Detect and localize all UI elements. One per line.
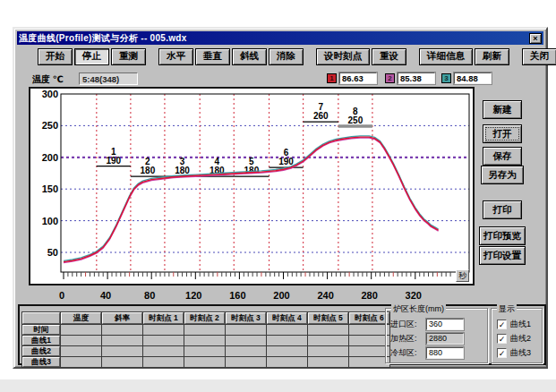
table-cell (102, 336, 142, 345)
legend-item: 285.38 (385, 72, 435, 84)
title-bar: 温度曲线(Profile)测试与分析 -- 005.wdx × (17, 31, 543, 45)
table-cell (226, 357, 266, 367)
close-icon[interactable]: × (529, 33, 542, 44)
set-time-points-button[interactable]: 设时刻点 (316, 48, 370, 65)
table-cell (226, 346, 266, 356)
furnace-field-row: 进口区: (390, 318, 464, 330)
table-col-header: 时刻点 2 (184, 312, 225, 324)
print-setup-button[interactable]: 打印设置 (479, 246, 526, 265)
table-row-header: 曲线1 (22, 336, 60, 345)
x-axis-unit: 秒 (456, 269, 469, 282)
checkbox-curve3[interactable]: ✓ (497, 348, 507, 358)
table-col-header (22, 312, 60, 324)
curve-2-color-chip: 2 (385, 73, 395, 83)
table-col-header: 时刻点 3 (226, 312, 266, 324)
print-button[interactable]: 打印 (483, 200, 522, 219)
table-cell (308, 325, 348, 335)
table-cell (267, 336, 307, 345)
table-col-header: 时刻点 5 (308, 312, 348, 324)
table-cell (61, 346, 101, 356)
x-tick-label: 280 (356, 290, 383, 301)
reset-button[interactable]: 重设 (372, 48, 406, 65)
desktop: 温度曲线(Profile)测试与分析 -- 005.wdx × 开始停止重测水平… (0, 0, 556, 392)
erase-button[interactable]: 消除 (269, 48, 304, 65)
display-group-title: 显示 (497, 303, 517, 315)
furnace-field-row: 加热区: (390, 332, 464, 345)
slant-line-button[interactable]: 斜线 (232, 48, 267, 65)
chart-panel: 1190218031804180518061907260825050100150… (29, 87, 475, 285)
profile-chart[interactable]: 1190218031804180518061907260825050100150… (30, 89, 473, 284)
checkbox-label: 曲线1 (510, 319, 531, 330)
checkbox-label: 曲线3 (510, 347, 531, 359)
checkbox-curve2[interactable]: ✓ (497, 334, 507, 344)
curve-1-current-value: 86.63 (339, 72, 377, 84)
svg-text:100: 100 (42, 216, 58, 226)
table-cell (349, 346, 389, 356)
table-cell (308, 357, 348, 367)
x-tick-label: 120 (180, 290, 207, 301)
open-button[interactable]: 打开 (483, 124, 522, 143)
svg-text:180: 180 (175, 166, 190, 175)
time-display: 5:48(348) (79, 72, 138, 85)
furnace-field-row: 冷却区: (390, 346, 464, 359)
table-cell (267, 357, 307, 367)
svg-text:300: 300 (42, 89, 58, 99)
curve-3-color-chip: 3 (441, 73, 451, 83)
svg-text:180: 180 (141, 166, 156, 175)
furnace-field-label: 加热区: (390, 333, 426, 345)
curve-3-current-value: 84.88 (454, 72, 492, 84)
svg-text:190: 190 (107, 156, 122, 166)
table-cell (226, 336, 266, 345)
checkbox-curve1[interactable]: ✓ (497, 320, 507, 329)
curve-2-current-value: 85.38 (398, 72, 435, 84)
table-cell (308, 346, 348, 356)
horizontal-button[interactable]: 水平 (158, 48, 193, 65)
table-cell (184, 357, 225, 367)
vertical-button[interactable]: 垂直 (195, 48, 230, 65)
stop-button[interactable]: 停止 (74, 48, 109, 65)
table-cell (102, 357, 142, 367)
furnace-field-label: 进口区: (390, 319, 426, 330)
new-button[interactable]: 新建 (483, 100, 522, 119)
table-cell (184, 325, 225, 335)
table-cell (61, 336, 101, 345)
legend-item: 384.88 (441, 72, 492, 84)
table-cell (226, 325, 266, 335)
page-bottom-strip (0, 379, 556, 392)
furnace-field-label: 冷却区: (390, 347, 426, 359)
x-tick-label: 200 (269, 290, 295, 301)
table-cell (143, 336, 184, 345)
table-cell (61, 357, 101, 367)
table-cell (184, 336, 225, 345)
checkbox-label: 曲线2 (510, 333, 531, 345)
display-checkbox-row[interactable]: ✓曲线3 (497, 347, 531, 358)
table-cell (143, 325, 184, 335)
table-col-header: 温度 (61, 312, 101, 324)
remeasure-button[interactable]: 重测 (111, 48, 146, 65)
table-cell (102, 346, 142, 356)
furnace-zone-group: 炉区长度(mm) 进口区:加热区:冷却区: (385, 308, 488, 363)
svg-text:200: 200 (42, 152, 58, 163)
heating-zone-input[interactable] (426, 333, 464, 345)
x-tick-label: 0 (48, 290, 75, 301)
start-button[interactable]: 开始 (38, 48, 73, 65)
cooling-zone-input[interactable] (426, 347, 464, 359)
x-tick-label: 320 (400, 290, 427, 301)
svg-text:250: 250 (42, 120, 58, 131)
refresh-button[interactable]: 刷新 (475, 48, 509, 65)
save-button[interactable]: 保存 (483, 147, 522, 166)
save-as-button[interactable]: 另存为 (481, 166, 524, 184)
table-row-header: 曲线3 (22, 357, 60, 367)
close-button[interactable]: 关闭 (522, 48, 556, 65)
x-tick-label: 160 (224, 290, 251, 301)
x-tick-label: 80 (136, 290, 163, 301)
table-col-header: 时刻点 6 (349, 312, 389, 324)
display-checkbox-row[interactable]: ✓曲线2 (497, 333, 531, 344)
display-checkbox-row[interactable]: ✓曲线1 (497, 319, 531, 329)
app-window: 温度曲线(Profile)测试与分析 -- 005.wdx × 开始停止重测水平… (13, 27, 548, 369)
detail-info-button[interactable]: 详细信息 (419, 48, 473, 65)
print-preview-button[interactable]: 打印预览 (479, 226, 526, 245)
table-row-header: 曲线2 (22, 346, 60, 356)
entry-zone-input[interactable] (426, 319, 464, 330)
time-points-table: 温度斜率时刻点 1时刻点 2时刻点 3时刻点 4时刻点 5时刻点 6时间曲线1曲… (21, 311, 390, 368)
